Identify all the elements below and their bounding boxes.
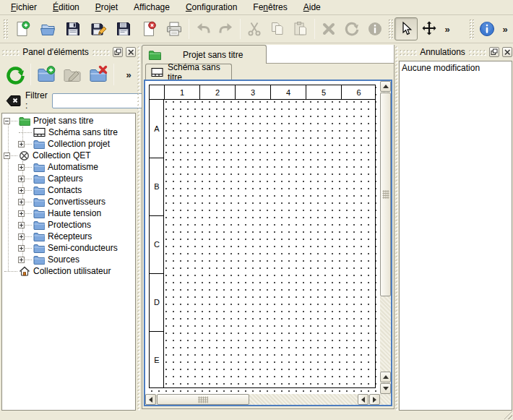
float-panel-button[interactable] — [113, 47, 123, 57]
scroll-down-button[interactable] — [380, 383, 391, 394]
expand-expander[interactable] — [18, 187, 25, 194]
vertical-scroll-thumb[interactable] — [380, 93, 391, 296]
row-label: B — [150, 158, 164, 215]
tree-item-collection-projet[interactable]: Collection projet — [2, 138, 135, 150]
folder-blue-icon — [33, 220, 45, 230]
expand-expander[interactable] — [18, 176, 25, 182]
menu-configuration[interactable]: Configuration — [178, 1, 245, 14]
about-info-button[interactable] — [475, 17, 499, 40]
tree-item-automatisme[interactable]: Automatisme — [2, 161, 135, 173]
resize-grip[interactable] — [503, 410, 512, 419]
collapse-expander[interactable] — [4, 153, 10, 159]
folder-green-icon — [19, 116, 30, 126]
tree-item-collection-utilisateur[interactable]: Collection utilisateur — [2, 265, 135, 277]
open-project-button[interactable] — [35, 17, 60, 40]
new-category-button[interactable] — [33, 61, 59, 87]
schema-canvas[interactable]: 1 2 3 4 5 6 A B C D E — [145, 81, 380, 394]
float-panel-button[interactable] — [489, 47, 499, 57]
undo-history-list[interactable]: Aucune modification — [399, 61, 512, 411]
scroll-up-button[interactable] — [380, 81, 391, 92]
expand-expander[interactable] — [18, 164, 25, 171]
save-as-button[interactable] — [85, 17, 111, 40]
toolbar-separator — [240, 19, 241, 39]
folder-green-icon — [148, 50, 161, 60]
tree-item-protections[interactable]: Protections — [2, 219, 135, 231]
collapse-expander[interactable] — [4, 118, 10, 124]
horizontal-scrollbar[interactable] — [145, 394, 380, 405]
tree-item-contacts[interactable]: Contacts — [2, 184, 135, 196]
tree-item-recepteurs[interactable]: Récepteurs — [2, 231, 135, 242]
toolbar-drag-handle[interactable] — [469, 19, 474, 39]
copy-icon — [269, 20, 286, 38]
undo-panel-titlebar[interactable]: Annulations — [399, 46, 512, 59]
move-mode-button[interactable] — [418, 17, 441, 40]
redo-button[interactable] — [215, 17, 238, 40]
tab-schema-sans-titre[interactable]: Schéma sans titre — [145, 64, 232, 80]
arrow-left-icon — [361, 397, 365, 403]
tab-projet-sans-titre[interactable]: Projet sans titre — [142, 45, 267, 64]
dock-splitter[interactable] — [137, 46, 140, 411]
menu-fenetres[interactable]: Fenêtres — [245, 1, 295, 14]
schema-view[interactable]: 1 2 3 4 5 6 A B C D E — [144, 80, 392, 406]
undo-list-item[interactable]: Aucune modification — [402, 63, 509, 73]
menu-fichier[interactable]: Fichier — [3, 1, 45, 14]
delete-category-button[interactable] — [85, 61, 111, 87]
toolbar-separator — [30, 64, 31, 85]
toolbar-drag-handle[interactable] — [3, 19, 8, 39]
scroll-left-button[interactable] — [145, 394, 156, 405]
tree-item-sources[interactable]: Sources — [2, 254, 135, 265]
toolbar-overflow-button[interactable]: » — [499, 24, 512, 35]
rotate-button[interactable] — [340, 17, 363, 40]
scroll-right-button[interactable] — [369, 394, 380, 405]
expand-expander[interactable] — [18, 210, 25, 217]
close-panel-button[interactable] — [502, 47, 512, 57]
select-mode-button[interactable] — [395, 17, 418, 40]
clear-filter-button[interactable] — [6, 95, 21, 107]
menu-affichage[interactable]: Affichage — [126, 1, 178, 14]
titlebar-texture — [468, 49, 486, 56]
cut-button[interactable] — [243, 17, 266, 40]
save-button[interactable] — [60, 17, 85, 40]
expand-expander[interactable] — [18, 222, 25, 228]
tree-item-projet-sans-titre[interactable]: Projet sans titre — [2, 115, 135, 127]
tree-item-collection-qet[interactable]: Collection QET — [2, 150, 135, 161]
close-panel-button[interactable] — [126, 47, 136, 57]
column-label: 4 — [271, 85, 306, 100]
expand-expander[interactable] — [18, 257, 25, 263]
tree-item-convertisseurs[interactable]: Convertisseurs — [2, 196, 135, 207]
scroll-up-button-bottom[interactable] — [380, 372, 391, 382]
tree-item-semi-conducteurs[interactable]: Semi-conducteurs — [2, 242, 135, 254]
element-info-button[interactable] — [363, 17, 387, 40]
expand-expander[interactable] — [18, 245, 25, 252]
tree-item-capteurs[interactable]: Capteurs — [2, 173, 135, 184]
delete-button[interactable] — [317, 17, 340, 40]
paste-button[interactable] — [289, 17, 312, 40]
toolbar-overflow-button[interactable]: » — [441, 24, 454, 35]
menu-projet[interactable]: Projet — [87, 1, 126, 14]
new-document-button[interactable] — [9, 17, 35, 40]
collections-tree[interactable]: Projet sans titre Schéma sans titre Coll… — [1, 113, 136, 411]
save-as-icon — [90, 20, 107, 38]
close-document-button[interactable] — [136, 17, 161, 40]
scroll-left-button-right[interactable] — [358, 394, 368, 405]
reload-collections-button[interactable] — [2, 61, 28, 87]
save-all-button[interactable] — [111, 17, 136, 40]
tree-item-schema-sans-titre[interactable]: Schéma sans titre — [2, 127, 135, 138]
tree-item-haute-tension[interactable]: Haute tension — [2, 207, 135, 219]
horizontal-scroll-thumb[interactable] — [157, 394, 249, 405]
copy-button[interactable] — [266, 17, 289, 40]
undo-button[interactable] — [191, 17, 215, 40]
expand-expander[interactable] — [18, 233, 25, 240]
menu-edition[interactable]: Édition — [45, 1, 87, 14]
panel-toolbar-overflow-button[interactable]: » — [122, 69, 135, 80]
elements-panel-titlebar[interactable]: Panel d'éléments — [1, 46, 136, 59]
undo-icon — [194, 20, 212, 38]
expand-expander[interactable] — [18, 141, 25, 147]
expand-expander[interactable] — [18, 199, 25, 205]
edit-category-button[interactable] — [59, 61, 85, 87]
dock-splitter[interactable] — [395, 46, 398, 411]
print-button[interactable] — [161, 17, 186, 40]
toolbar-drag-handle[interactable] — [388, 19, 393, 39]
menu-aide[interactable]: Aide — [296, 1, 329, 14]
vertical-scrollbar[interactable] — [380, 81, 391, 394]
